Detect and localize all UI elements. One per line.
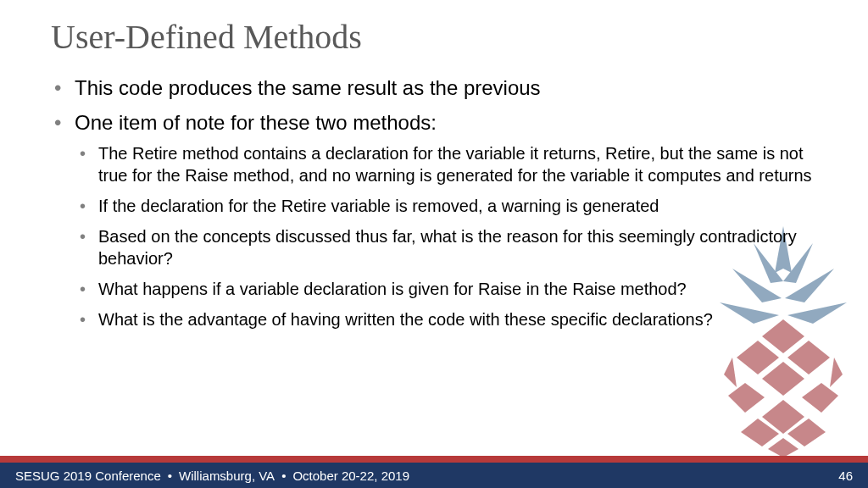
bullet-l2: Based on the concepts discussed thus far… [75, 225, 817, 269]
bullet-l2: What happens if a variable declaration i… [75, 278, 817, 300]
page-number: 46 [838, 469, 853, 483]
separator-dot: • [168, 469, 172, 483]
slide-body: This code produces the same result as th… [51, 75, 817, 339]
bullet-l2: What is the advantage of having written … [75, 308, 817, 330]
separator-dot: • [281, 469, 286, 483]
footer-accent-stripe [0, 456, 868, 463]
bullet-l2: The Retire method contains a declaration… [75, 142, 817, 186]
footer-conference: SESUG 2019 Conference [15, 469, 161, 483]
slide-title: User-Defined Methods [51, 17, 362, 57]
footer-dates: October 20-22, 2019 [292, 469, 409, 483]
bullet-l1: This code produces the same result as th… [51, 75, 817, 101]
footer-info: SESUG 2019 Conference • Williamsburg, VA… [15, 469, 409, 483]
footer-bar: SESUG 2019 Conference • Williamsburg, VA… [0, 463, 868, 488]
slide: User-Defined Methods This code produces … [0, 0, 868, 488]
bullet-l1-text: One item of note for these two methods: [75, 111, 437, 134]
footer-location: Williamsburg, VA [179, 469, 275, 483]
bullet-l2: If the declaration for the Retire variab… [75, 195, 817, 217]
bullet-l1: One item of note for these two methods: … [51, 109, 817, 330]
